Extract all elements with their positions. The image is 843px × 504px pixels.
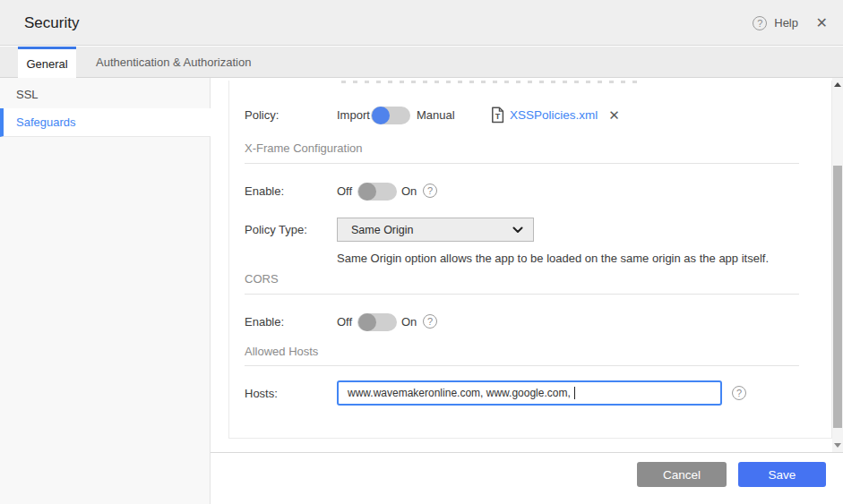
tab-authentication-authorization[interactable]: Authentication & Authorization bbox=[76, 47, 271, 78]
remove-file-icon[interactable]: ✕ bbox=[608, 107, 620, 124]
cors-enable-toggle[interactable] bbox=[357, 313, 397, 331]
xframe-section-heading: X-Frame Configuration bbox=[245, 141, 363, 155]
policy-import-option: Import bbox=[337, 108, 370, 122]
hosts-input[interactable]: www.wavemakeronline.com, www.google.com, bbox=[337, 380, 722, 406]
policy-file-chip: T XSSPolicies.xml ✕ bbox=[491, 107, 620, 124]
xframe-help-icon[interactable]: ? bbox=[423, 184, 437, 198]
tab-auth-label: Authentication & Authorization bbox=[96, 56, 251, 69]
xframe-on-option: On bbox=[401, 184, 417, 198]
tab-bar: General Authentication & Authorization bbox=[0, 47, 843, 78]
hosts-input-value: www.wavemakeronline.com, www.google.com, bbox=[348, 387, 573, 399]
cors-help-icon[interactable]: ? bbox=[423, 314, 437, 329]
sidebar-item-safeguards[interactable]: Safeguards bbox=[0, 108, 211, 137]
cancel-button[interactable]: Cancel bbox=[637, 462, 727, 487]
close-icon[interactable]: ✕ bbox=[816, 0, 828, 46]
policy-manual-option: Manual bbox=[417, 108, 455, 122]
hosts-label: Hosts: bbox=[245, 387, 278, 400]
policy-import-manual-toggle[interactable] bbox=[371, 107, 410, 124]
toggle-knob bbox=[372, 107, 390, 124]
cors-on-option: On bbox=[401, 315, 417, 329]
tab-general[interactable]: General bbox=[18, 47, 76, 78]
sidebar-item-safeguards-label: Safeguards bbox=[16, 115, 76, 129]
xframe-enable-label: Enable: bbox=[245, 184, 284, 198]
help-label: Help bbox=[774, 16, 798, 30]
policy-type-value: Same Origin bbox=[351, 224, 413, 236]
scroll-down-arrow-icon[interactable] bbox=[834, 443, 841, 448]
section-divider bbox=[245, 365, 799, 366]
cors-enable-label: Enable: bbox=[245, 315, 284, 329]
safeguards-panel: Policy: Import Manual T XSSPolicies.xml … bbox=[228, 81, 832, 439]
help-button[interactable]: ? Help bbox=[753, 0, 798, 46]
hosts-help-icon[interactable]: ? bbox=[732, 386, 746, 400]
save-button[interactable]: Save bbox=[738, 462, 826, 487]
clipped-scrolled-row bbox=[341, 81, 637, 83]
cors-section-heading: CORS bbox=[245, 272, 279, 286]
chevron-down-icon bbox=[512, 226, 523, 234]
allowed-hosts-section-heading: Allowed Hosts bbox=[245, 345, 318, 358]
scrollbar-thumb[interactable] bbox=[833, 166, 842, 428]
toggle-knob bbox=[358, 183, 376, 201]
xml-file-icon: T bbox=[491, 107, 504, 124]
dialog-header: Security ? Help ✕ bbox=[0, 0, 843, 46]
policy-file-link[interactable]: XSSPolicies.xml bbox=[510, 108, 598, 122]
toggle-knob bbox=[358, 313, 376, 331]
sidebar: SSL Safeguards bbox=[0, 78, 211, 504]
xframe-enable-toggle[interactable] bbox=[357, 183, 397, 201]
help-icon: ? bbox=[753, 16, 767, 30]
footer-bar: Cancel Save bbox=[211, 452, 843, 504]
xframe-off-option: Off bbox=[337, 184, 352, 198]
sidebar-item-ssl-label: SSL bbox=[16, 88, 39, 101]
page-title: Security bbox=[24, 0, 79, 46]
cors-off-option: Off bbox=[337, 315, 352, 329]
security-dialog: Security ? Help ✕ General Authentication… bbox=[0, 0, 843, 504]
sidebar-item-ssl[interactable]: SSL bbox=[0, 81, 211, 108]
policy-label: Policy: bbox=[245, 108, 279, 122]
section-divider bbox=[245, 163, 799, 164]
policy-type-label: Policy Type: bbox=[245, 223, 307, 236]
text-caret bbox=[574, 387, 575, 399]
section-divider bbox=[245, 294, 799, 295]
policy-type-select[interactable]: Same Origin bbox=[337, 218, 534, 242]
scroll-up-arrow-icon[interactable] bbox=[834, 82, 841, 87]
vertical-scrollbar[interactable] bbox=[832, 78, 843, 452]
policy-type-helper-text: Same Origin option allows the app to be … bbox=[337, 252, 769, 265]
tab-general-label: General bbox=[26, 57, 67, 71]
svg-text:T: T bbox=[495, 112, 501, 121]
